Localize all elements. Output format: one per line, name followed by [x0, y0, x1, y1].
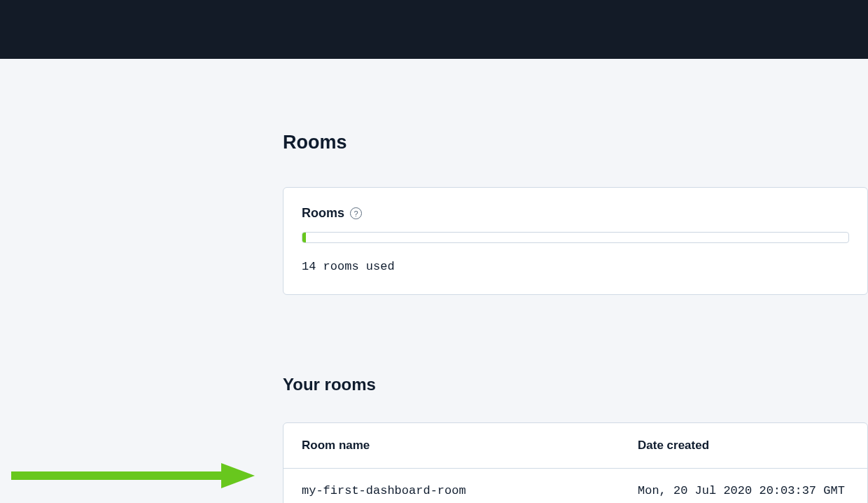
- main-content: Rooms Rooms ? 14 rooms used Your rooms R…: [0, 59, 868, 503]
- rooms-progress-fill: [302, 233, 306, 242]
- room-name-cell: my-first-dashboard-room: [302, 484, 638, 497]
- arrow-annotation-icon: [11, 462, 256, 492]
- table-header-name: Room name: [302, 439, 638, 453]
- help-icon[interactable]: ?: [350, 207, 362, 219]
- rooms-progress-bar: [302, 232, 849, 243]
- svg-marker-1: [221, 463, 255, 488]
- table-row[interactable]: my-first-dashboard-room Mon, 20 Jul 2020…: [284, 469, 867, 503]
- rooms-label: Rooms: [302, 206, 344, 221]
- card-header: Rooms ?: [302, 206, 849, 221]
- rooms-table: Room name Date created my-first-dashboar…: [283, 422, 868, 503]
- rooms-usage-card: Rooms ? 14 rooms used: [283, 187, 868, 295]
- rooms-section-title: Rooms: [283, 132, 868, 153]
- rooms-status-text: 14 rooms used: [302, 260, 849, 273]
- your-rooms-section: Your rooms Room name Date created my-fir…: [283, 375, 868, 503]
- table-header-row: Room name Date created: [284, 423, 867, 469]
- top-bar: [0, 0, 868, 59]
- your-rooms-title: Your rooms: [283, 375, 868, 394]
- room-date-cell: Mon, 20 Jul 2020 20:03:37 GMT: [638, 484, 845, 497]
- table-header-date: Date created: [638, 439, 709, 453]
